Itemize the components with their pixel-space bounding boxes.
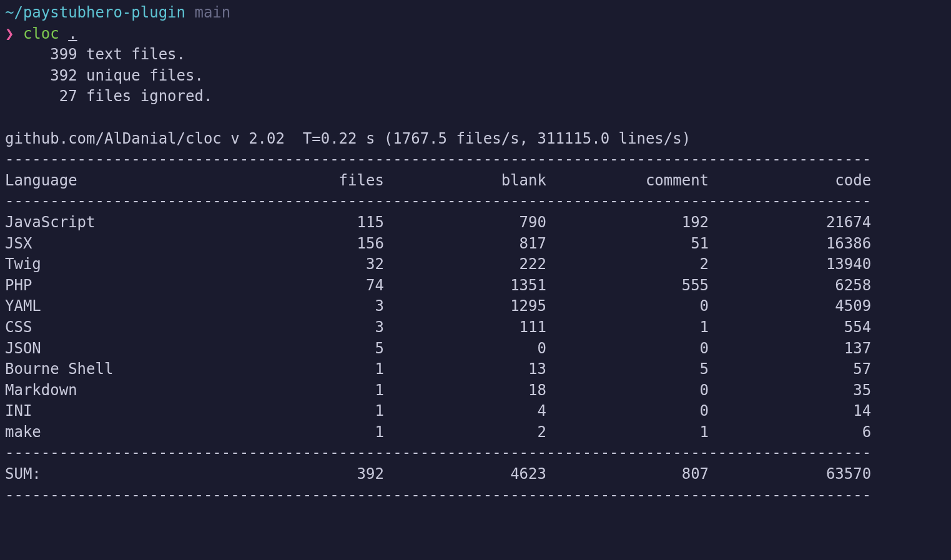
sum-row: SUM: 392 4623 807 63570 [5,464,946,485]
unique-files-label: unique files. [86,67,204,84]
table-row: Bourne Shell 1 13 5 57 [5,359,946,380]
table-header: Language files blank comment code [5,170,946,192]
blank-line [5,107,946,129]
meta-line: github.com/AlDanial/cloc v 2.02 T=0.22 s… [5,129,946,150]
table-row: PHP 74 1351 555 6258 [5,275,946,297]
cwd-path: ~/paystubhero-plugin [5,4,185,21]
divider-sum-top: ----------------------------------------… [5,443,946,464]
summary-ignored: 27 files ignored. [5,86,946,107]
git-branch: main [194,4,230,21]
table-row: make 1 2 1 6 [5,422,946,443]
divider-bottom: ----------------------------------------… [5,485,946,506]
text-files-label: text files. [86,46,185,63]
text-files-count: 399 [50,46,77,63]
divider-header: ----------------------------------------… [5,191,946,212]
table-row: Markdown 1 18 0 35 [5,380,946,401]
unique-files-count: 392 [50,67,77,84]
command-line: ❯ cloc . [5,24,946,45]
divider-top: ----------------------------------------… [5,149,946,170]
table-row: Twig 32 222 2 13940 [5,254,946,275]
ignored-label: files ignored. [86,87,212,105]
command-name: cloc [23,25,59,42]
table-row: YAML 3 1295 0 4509 [5,296,946,317]
terminal-output[interactable]: ~/paystubhero-plugin main ❯ cloc . 399 t… [5,2,946,506]
prompt-symbol: ❯ [5,25,14,42]
command-args: . [68,25,77,42]
table-row: JSX 156 817 51 16386 [5,233,946,255]
summary-unique-files: 392 unique files. [5,66,946,87]
table-row: INI 1 4 0 14 [5,401,946,422]
table-body: JavaScript 115 790 192 21674JSX 156 817 … [5,212,946,443]
ignored-count: 27 [59,87,77,105]
table-row: JSON 5 0 0 137 [5,338,946,360]
summary-text-files: 399 text files. [5,44,946,66]
prompt-line-1: ~/paystubhero-plugin main [5,2,946,24]
table-row: JavaScript 115 790 192 21674 [5,212,946,233]
table-row: CSS 3 111 1 554 [5,317,946,338]
